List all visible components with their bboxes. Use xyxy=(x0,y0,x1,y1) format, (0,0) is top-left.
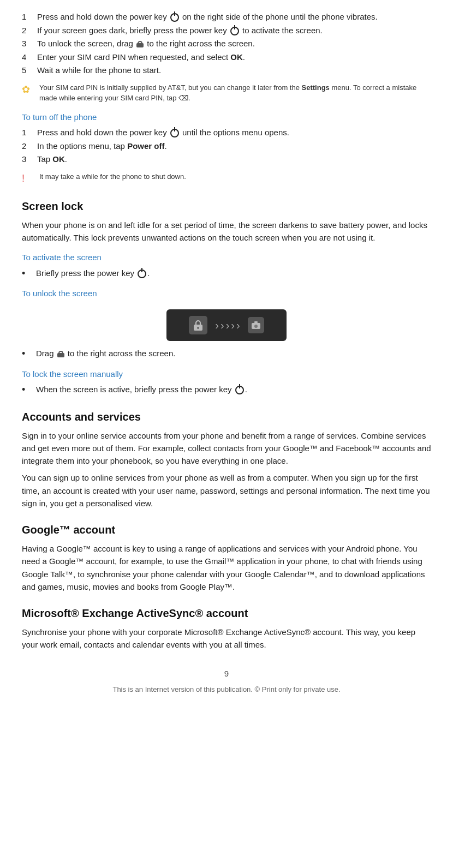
lock-graphic-icon xyxy=(189,316,207,334)
warning-text: It may take a while for the phone to shu… xyxy=(39,171,186,182)
sim-tip-box: ✿ Your SIM card PIN is initially supplie… xyxy=(22,82,431,104)
turn-off-heading: To turn off the phone xyxy=(22,111,431,124)
lock-manually-item: • When the screen is active, briefly pre… xyxy=(22,384,431,396)
lock-icon-inline-2 xyxy=(57,351,64,357)
intro-step-2: 2 If your screen goes dark, briefly pres… xyxy=(22,25,431,37)
turn-off-step-1: 1 Press and hold down the power key unti… xyxy=(22,127,431,139)
accounts-body2: You can sign up to online services from … xyxy=(22,471,431,510)
unlock-screen-heading: To unlock the screen xyxy=(22,288,431,300)
accounts-heading: Accounts and services xyxy=(22,409,431,425)
sim-tip-text: Your SIM card PIN is initially supplied … xyxy=(39,82,431,104)
turn-off-step-3: 3 Tap OK. xyxy=(22,153,431,166)
exchange-heading: Microsoft® Exchange ActiveSync® account xyxy=(22,605,431,621)
power-icon-2 xyxy=(230,27,239,35)
arrow-row: › › › › › xyxy=(215,320,240,331)
google-account-heading: Google™ account xyxy=(22,522,431,538)
lock-screen-graphic: › › › › › xyxy=(166,309,287,341)
exchange-body: Synchronise your phone with your corpora… xyxy=(22,626,431,651)
accounts-body1: Sign in to your online service accounts … xyxy=(22,429,431,468)
intro-step-4: 4 Enter your SIM card PIN when requested… xyxy=(22,51,431,64)
lock-screen-image: › › › › › xyxy=(22,309,431,341)
power-icon-4 xyxy=(138,270,146,278)
intro-step-5: 5 Wait a while for the phone to start. xyxy=(22,64,431,77)
turn-off-steps: 1 Press and hold down the power key unti… xyxy=(22,127,431,166)
svg-point-3 xyxy=(254,325,258,328)
svg-point-1 xyxy=(197,327,199,329)
lock-manually-list: • When the screen is active, briefly pre… xyxy=(22,384,431,396)
lock-manually-heading: To lock the screen manually xyxy=(22,368,431,381)
activate-screen-list: • Briefly press the power key . xyxy=(22,267,431,280)
screen-lock-heading: Screen lock xyxy=(22,198,431,214)
svg-rect-4 xyxy=(254,321,258,323)
tip-icon: ✿ xyxy=(22,82,34,97)
warning-box: ! It may take a while for the phone to s… xyxy=(22,171,431,186)
footer-text: This is an Internet version of this publ… xyxy=(22,684,431,695)
camera-graphic-icon xyxy=(248,317,264,333)
activate-screen-heading: To activate the screen xyxy=(22,252,431,264)
intro-step-1: 1 Press and hold down the power key on t… xyxy=(22,11,431,23)
screen-lock-body: When your phone is on and left idle for … xyxy=(22,219,431,244)
unlock-screen-item: • Drag to the right across the screen. xyxy=(22,348,431,360)
power-icon-1 xyxy=(170,13,179,22)
unlock-screen-list: • Drag to the right across the screen. xyxy=(22,348,431,360)
power-icon-5 xyxy=(235,386,244,394)
google-account-body: Having a Google™ account is key to using… xyxy=(22,542,431,593)
turn-off-step-2: 2 In the options menu, tap Power off. xyxy=(22,140,431,153)
lock-icon-inline-1 xyxy=(136,41,144,47)
page-number: 9 xyxy=(22,668,431,680)
warning-icon: ! xyxy=(22,171,34,186)
activate-screen-item: • Briefly press the power key . xyxy=(22,267,431,280)
intro-steps-list: 1 Press and hold down the power key on t… xyxy=(22,11,431,77)
power-icon-3 xyxy=(170,129,179,137)
intro-step-3: 3 To unlock the screen, drag to the righ… xyxy=(22,38,431,50)
